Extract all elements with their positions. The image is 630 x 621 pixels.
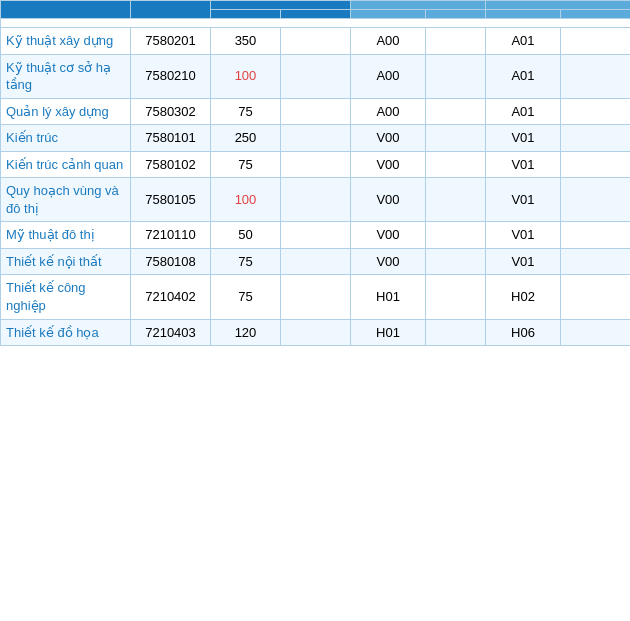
mon-chinh1-cell	[426, 222, 486, 249]
ma-to-hop2-cell: A01	[486, 54, 561, 98]
mon-chinh2-cell	[561, 222, 631, 249]
to-hop-1-header	[351, 1, 486, 10]
nganh-cell: Quản lý xây dựng	[1, 98, 131, 125]
theo-pp-cell	[281, 98, 351, 125]
ma-to-hop1-cell: V00	[351, 248, 426, 275]
ma-cell: 7210403	[131, 319, 211, 346]
table-row: Kỹ thuật cơ sở hạ tầng 7580210 100 A00 A…	[1, 54, 631, 98]
ma-to-hop1-cell: V00	[351, 151, 426, 178]
theo-kq-cell: 250	[211, 125, 281, 152]
ma-to-hop2-cell: A01	[486, 28, 561, 55]
ma-cell: 7210110	[131, 222, 211, 249]
mon-chinh1-cell	[426, 28, 486, 55]
nganh-cell: Thiết kế đồ họa	[1, 319, 131, 346]
to-hop-2-header	[486, 1, 631, 10]
nganh-cell: Kiến trúc	[1, 125, 131, 152]
nganh-cell: Thiết kế nội thất	[1, 248, 131, 275]
ma-cell: 7580201	[131, 28, 211, 55]
table-row: Thiết kế đồ họa 7210403 120 H01 H06	[1, 319, 631, 346]
nganh-cell: Quy hoạch vùng và đô thị	[1, 178, 131, 222]
mon-chinh2-cell	[561, 151, 631, 178]
mon-chinh1-cell	[426, 178, 486, 222]
table-row: Quản lý xây dựng 7580302 75 A00 A01	[1, 98, 631, 125]
ma-cell: 7580108	[131, 248, 211, 275]
table-row: Quy hoạch vùng và đô thị 7580105 100 V00…	[1, 178, 631, 222]
nganh-cell: Kỹ thuật cơ sở hạ tầng	[1, 54, 131, 98]
theo-pp-cell	[281, 125, 351, 152]
theo-pp-cell	[281, 178, 351, 222]
mon-chinh-1-header	[426, 10, 486, 19]
ma-to-hop1-cell: A00	[351, 54, 426, 98]
ma-to-hop-2-header	[486, 10, 561, 19]
ma-cell: 7580102	[131, 151, 211, 178]
ma-to-hop2-cell: H02	[486, 275, 561, 319]
theo-kq-cell: 75	[211, 151, 281, 178]
theo-pp-cell	[281, 275, 351, 319]
ma-cell: 7580101	[131, 125, 211, 152]
mon-chinh2-cell	[561, 248, 631, 275]
mon-chinh1-cell	[426, 151, 486, 178]
ma-to-hop-1-header	[351, 10, 426, 19]
table-row: Mỹ thuật đô thị 7210110 50 V00 V01	[1, 222, 631, 249]
mon-chinh2-cell	[561, 319, 631, 346]
theo-kq-cell: 75	[211, 98, 281, 125]
mon-chinh2-cell	[561, 178, 631, 222]
theo-pp-cell	[281, 222, 351, 249]
mon-chinh2-cell	[561, 28, 631, 55]
mon-chinh1-cell	[426, 54, 486, 98]
theo-pp-cell	[281, 248, 351, 275]
ma-to-hop2-cell: V01	[486, 125, 561, 152]
ma-to-hop1-cell: V00	[351, 222, 426, 249]
ma-to-hop1-cell: V00	[351, 125, 426, 152]
ma-to-hop2-cell: V01	[486, 178, 561, 222]
mon-chinh1-cell	[426, 248, 486, 275]
ma-to-hop2-cell: V01	[486, 151, 561, 178]
theo-kq-header	[211, 10, 281, 19]
mon-chinh1-cell	[426, 275, 486, 319]
ma-cell: 7210402	[131, 275, 211, 319]
theo-kq-cell: 350	[211, 28, 281, 55]
theo-kq-cell: 100	[211, 178, 281, 222]
ma-to-hop1-cell: H01	[351, 319, 426, 346]
ma-cell: 7580210	[131, 54, 211, 98]
nganh-cell: Thiết kế công nghiệp	[1, 275, 131, 319]
table-row: Thiết kế nội thất 7580108 75 V00 V01	[1, 248, 631, 275]
ma-to-hop2-cell: H06	[486, 319, 561, 346]
mon-chinh2-cell	[561, 54, 631, 98]
table-row: Kỹ thuật xây dựng 7580201 350 A00 A01	[1, 28, 631, 55]
nganh-cell: Kiến trúc cảnh quan	[1, 151, 131, 178]
theo-pp-cell	[281, 54, 351, 98]
ma-to-hop1-cell: A00	[351, 98, 426, 125]
nganh-hoc-header	[1, 1, 131, 19]
mon-chinh2-cell	[561, 98, 631, 125]
theo-kq-cell: 75	[211, 275, 281, 319]
ma-cell: 7580302	[131, 98, 211, 125]
table-row: Thiết kế công nghiệp 7210402 75 H01 H02	[1, 275, 631, 319]
theo-pp-cell	[281, 319, 351, 346]
mon-chinh-2-header	[561, 10, 631, 19]
ma-cell: 7580105	[131, 178, 211, 222]
mon-chinh1-cell	[426, 125, 486, 152]
ma-to-hop1-cell: V00	[351, 178, 426, 222]
theo-kq-cell: 120	[211, 319, 281, 346]
mon-chinh2-cell	[561, 125, 631, 152]
mon-chinh1-cell	[426, 98, 486, 125]
main-table: Kỹ thuật xây dựng 7580201 350 A00 A01 Kỹ…	[0, 0, 630, 346]
ma-to-hop2-cell: V01	[486, 248, 561, 275]
ma-header	[131, 1, 211, 19]
table-row: Kiến trúc cảnh quan 7580102 75 V00 V01	[1, 151, 631, 178]
section-header-row	[1, 19, 631, 28]
ma-to-hop1-cell: A00	[351, 28, 426, 55]
nganh-cell: Kỹ thuật xây dựng	[1, 28, 131, 55]
theo-kq-cell: 50	[211, 222, 281, 249]
theo-pp-cell	[281, 28, 351, 55]
section-header-cell	[1, 19, 631, 28]
nganh-cell: Mỹ thuật đô thị	[1, 222, 131, 249]
theo-kq-cell: 100	[211, 54, 281, 98]
theo-kq-cell: 75	[211, 248, 281, 275]
theo-pp-header	[281, 10, 351, 19]
table-row: Kiến trúc 7580101 250 V00 V01	[1, 125, 631, 152]
ma-to-hop1-cell: H01	[351, 275, 426, 319]
mon-chinh2-cell	[561, 275, 631, 319]
chi-tieu-header	[211, 1, 351, 10]
